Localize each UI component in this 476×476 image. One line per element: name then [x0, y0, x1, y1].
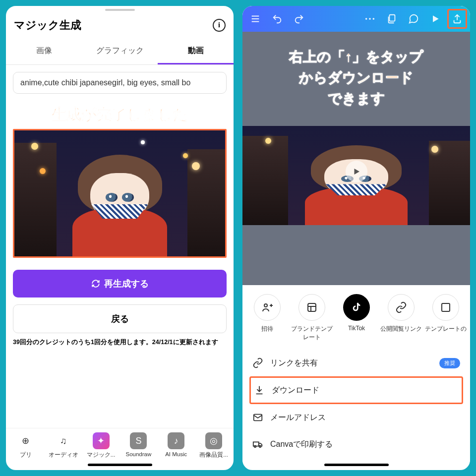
share-sheet: 招待 ブランドテンプレート TikTok 公開閲覧リンク テンプレートの リンク… — [242, 285, 470, 462]
svg-rect-5 — [308, 303, 316, 311]
share-template[interactable]: テンプレートの — [425, 294, 467, 342]
comment-icon[interactable] — [404, 9, 423, 29]
nav-app[interactable]: ⊕プリ — [7, 432, 45, 459]
svg-point-0 — [365, 18, 367, 20]
credit-note: 39回分のクレジットのうち1回分を使用します。24/12/1に更新されます — [6, 333, 234, 352]
canvas[interactable]: 右上の「↑」をタップ からダウンロード できます — [242, 32, 470, 285]
nav-aimusic[interactable]: ♪AI Music — [157, 432, 195, 459]
svg-rect-6 — [442, 303, 450, 311]
nav-quality[interactable]: ◎画像品質... — [195, 432, 233, 459]
option-share-link[interactable]: リンクを共有 推奨 — [242, 350, 470, 376]
option-email[interactable]: メールアドレス — [242, 404, 470, 431]
home-indicator — [88, 464, 152, 466]
recommended-badge: 推奨 — [439, 358, 460, 368]
generated-thumbnail[interactable] — [13, 129, 227, 258]
refresh-icon — [91, 279, 100, 288]
share-tiktok[interactable]: TikTok — [336, 294, 377, 342]
truck-icon — [252, 439, 263, 450]
tabs: 画像 グラフィック 動画 — [6, 39, 234, 65]
email-icon — [252, 412, 263, 423]
nav-magic[interactable]: ✦マジック... — [82, 432, 120, 459]
undo-icon[interactable] — [267, 9, 287, 29]
notch — [105, 9, 135, 11]
share-targets: 招待 ブランドテンプレート TikTok 公開閲覧リンク テンプレートの — [242, 294, 470, 350]
home-indicator — [324, 464, 389, 466]
svg-point-4 — [264, 304, 267, 307]
menu-icon[interactable] — [245, 9, 265, 29]
bottom-nav: ⊕プリ ♫オーディオ ✦マジック... SSoundraw ♪AI Music … — [6, 428, 234, 462]
download-icon — [254, 385, 265, 396]
option-download[interactable]: ダウンロード — [249, 376, 463, 404]
panel-header: マジック生成 i — [6, 14, 234, 39]
share-brand-template[interactable]: ブランドテンプレート — [291, 294, 333, 342]
left-screen: マジック生成 i 画像 グラフィック 動画 anime,cute chibi j… — [4, 4, 236, 472]
regenerate-button[interactable]: 再生成する — [13, 270, 227, 298]
panel-title: マジック生成 — [14, 18, 81, 33]
more-icon[interactable] — [360, 9, 380, 29]
overlay-complete: 生成が完了しました — [6, 105, 234, 125]
nav-soundraw[interactable]: SSoundraw — [119, 432, 157, 459]
share-invite[interactable]: 招待 — [246, 294, 288, 342]
prompt-input[interactable]: anime,cute chibi japanesegirl, big eyes,… — [13, 72, 227, 94]
pages-icon[interactable] — [382, 9, 402, 29]
right-screen: 右上の「↑」をタップ からダウンロード できます 招待 ブランドテンプレート T… — [240, 4, 472, 472]
redo-icon[interactable] — [289, 9, 309, 29]
share-icon[interactable] — [447, 9, 467, 29]
svg-point-1 — [369, 18, 371, 20]
back-button[interactable]: 戻る — [13, 304, 227, 333]
nav-audio[interactable]: ♫オーディオ — [45, 432, 82, 459]
tab-video[interactable]: 動画 — [158, 39, 234, 64]
tab-graphic[interactable]: グラフィック — [82, 39, 158, 64]
overlay-instruction: 右上の「↑」をタップ からダウンロード できます — [242, 47, 470, 109]
play-icon[interactable] — [425, 9, 445, 29]
svg-rect-3 — [389, 15, 395, 21]
option-print[interactable]: Canvaで印刷する — [242, 431, 470, 458]
info-icon[interactable]: i — [213, 19, 226, 32]
editor-topbar — [242, 6, 470, 32]
svg-point-2 — [373, 18, 375, 20]
tab-image[interactable]: 画像 — [6, 39, 82, 64]
canvas-play-icon[interactable] — [346, 161, 367, 182]
share-public-link[interactable]: 公開閲覧リンク — [380, 294, 422, 342]
link-icon — [252, 357, 263, 368]
